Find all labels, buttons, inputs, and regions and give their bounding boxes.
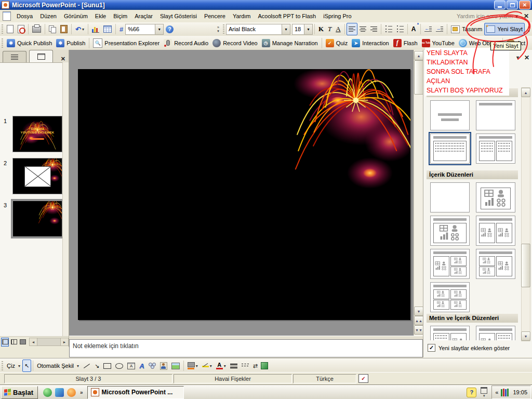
toolbar-overflow-button[interactable]: »▾ [215, 23, 221, 35]
youtube-button[interactable]: You TubeYouTube [420, 37, 457, 49]
orange-app-icon[interactable] [67, 388, 76, 397]
help-dropdown-icon[interactable]: ▾ [513, 13, 521, 20]
align-left-button[interactable] [347, 23, 357, 35]
previous-slide-icon[interactable]: ▲▲ [414, 316, 423, 325]
layout-thumbnail[interactable] [475, 100, 516, 131]
slideshow-view-button[interactable] [19, 338, 27, 347]
manage-narration-button[interactable]: ◷Manage Narration [260, 37, 320, 49]
quiz-button[interactable]: ✓Quiz [324, 37, 350, 49]
task-pane-close-icon[interactable]: ✕ [524, 54, 529, 61]
normal-view-button[interactable] [1, 338, 9, 347]
oval-tool-button[interactable] [113, 360, 125, 372]
layout-thumbnail[interactable] [430, 182, 470, 213]
slide-thumbnail-1[interactable]: SUNUYA YOUTUBE EKLEMEK [12, 116, 62, 152]
task-pane-scrollbar[interactable]: ▲ ▼ [521, 87, 530, 341]
menu-ekle[interactable]: Ekle [91, 11, 110, 21]
layout-thumbnail[interactable] [430, 100, 470, 131]
interaction-button[interactable]: ➤Interaction [350, 37, 391, 49]
underline-button[interactable]: A [334, 23, 342, 35]
menu-yardim[interactable]: Yardım [229, 11, 255, 21]
layout-thumbnail[interactable] [475, 325, 516, 340]
paste-button[interactable] [58, 23, 70, 35]
menu-ispring[interactable]: iSpring Pro [320, 11, 355, 21]
line-tool-button[interactable] [81, 360, 92, 372]
scrollbar-thumb[interactable] [521, 244, 530, 287]
tab-outline[interactable] [3, 51, 26, 62]
scroll-up-icon[interactable]: ▲ [521, 88, 530, 97]
clip-art-button[interactable] [158, 360, 169, 372]
slide-sorter-view-button[interactable] [10, 338, 18, 347]
record-audio-button[interactable]: Record Audio [162, 37, 210, 49]
design-button[interactable]: Tasarım [449, 23, 484, 35]
scroll-down-icon[interactable]: ▼ [414, 307, 423, 316]
close-document-icon[interactable]: ✕ [521, 12, 532, 20]
record-video-button[interactable]: Record Video [210, 37, 259, 49]
new-document-button[interactable] [5, 23, 16, 35]
increase-indent-button[interactable] [434, 23, 445, 35]
layout-thumbnail[interactable] [430, 325, 470, 340]
wordart-button[interactable]: A [137, 360, 146, 372]
increase-font-button[interactable]: A [409, 23, 419, 35]
layout-thumbnail[interactable] [475, 248, 516, 280]
menu-bicim[interactable]: Biçim [110, 11, 131, 21]
scroll-down-icon[interactable]: ▼ [521, 331, 530, 341]
messenger-icon[interactable] [55, 388, 64, 397]
bold-button[interactable]: K [316, 23, 326, 35]
select-objects-button[interactable]: ↖ [22, 360, 31, 372]
autoshapes-menu-button[interactable]: Otomatik Şekil▾ [35, 360, 81, 372]
toolbar-grip[interactable] [2, 361, 3, 370]
toolbar-grip[interactable] [2, 24, 3, 34]
menu-dosya[interactable]: Dosya [13, 11, 36, 21]
dash-style-button[interactable] [240, 360, 251, 372]
layout-thumbnail[interactable] [475, 215, 516, 246]
pencils-tray-icon[interactable] [501, 389, 509, 396]
insert-table-button[interactable] [101, 23, 114, 35]
menu-slayt-gosterisi[interactable]: Slayt Gösterisi [156, 11, 201, 21]
task-pane-dropdown-icon[interactable]: ▼ [515, 55, 520, 60]
next-slide-icon[interactable]: ▼▼ [414, 325, 423, 335]
presentation-explorer-button[interactable]: 🔍Presentation Explorer [91, 37, 162, 49]
window-tray-icon[interactable]: ▾ [481, 387, 487, 398]
fill-color-button[interactable]: ▾ [185, 360, 200, 372]
diagram-button[interactable] [147, 360, 158, 372]
align-right-button[interactable] [368, 23, 379, 35]
bullets-button[interactable] [394, 23, 406, 35]
menu-gorunum[interactable]: Görünüm [60, 11, 91, 21]
toolbar-grip[interactable] [223, 24, 224, 34]
font-size-dropdown-icon[interactable]: ▾ [304, 24, 312, 34]
undo-button[interactable]: ↶▾ [73, 23, 86, 35]
layout-thumbnail[interactable] [430, 282, 470, 313]
close-button[interactable] [519, 1, 530, 9]
slide-thumbnail-3-selected[interactable] [12, 201, 62, 237]
line-style-button[interactable] [228, 360, 240, 372]
shadow-style-button[interactable] [259, 360, 270, 372]
align-center-button[interactable] [357, 23, 368, 35]
help-button[interactable]: ? [164, 23, 176, 35]
rectangle-tool-button[interactable] [101, 360, 113, 372]
insert-chart-button[interactable] [90, 23, 101, 35]
horizontal-scrollbar[interactable]: ◄ ► [29, 338, 69, 346]
quick-publish-button[interactable]: ✱Quick Publish [5, 37, 54, 49]
tray-collapse-icon[interactable]: « [495, 389, 498, 395]
layout-thumbnail[interactable] [430, 133, 470, 164]
permission-button[interactable] [16, 23, 26, 35]
flash-button[interactable]: fFlash [391, 37, 420, 49]
draw-menu-button[interactable]: Çiz▾ [5, 360, 22, 372]
insert-picture-button[interactable] [169, 360, 182, 372]
font-dropdown-icon[interactable]: ▾ [282, 24, 290, 34]
arrow-tool-button[interactable]: ↘ [92, 360, 101, 372]
checkbox-checked-icon[interactable]: ✓ [428, 344, 435, 352]
start-button[interactable]: Başlat [1, 386, 38, 399]
menu-araclar[interactable]: Araçlar [131, 11, 156, 21]
menu-duzen[interactable]: Düzen [36, 11, 60, 21]
publish-button[interactable]: ✱Publish [54, 37, 87, 49]
font-combo[interactable]: Arial Black ▾ [226, 24, 290, 35]
powerpoint-task-button[interactable]: Microsoft PowerPoint ... [87, 386, 184, 399]
toolbar-overflow-button[interactable]: »▾ [526, 23, 532, 35]
arrow-style-button[interactable]: ⇄ [251, 360, 259, 372]
notes-pane[interactable]: Not eklemek için tıklatın [69, 339, 423, 357]
print-button[interactable] [30, 23, 43, 35]
minimize-button[interactable] [494, 1, 506, 9]
slide-canvas[interactable] [78, 69, 410, 320]
layout-thumbnail[interactable] [475, 182, 516, 213]
